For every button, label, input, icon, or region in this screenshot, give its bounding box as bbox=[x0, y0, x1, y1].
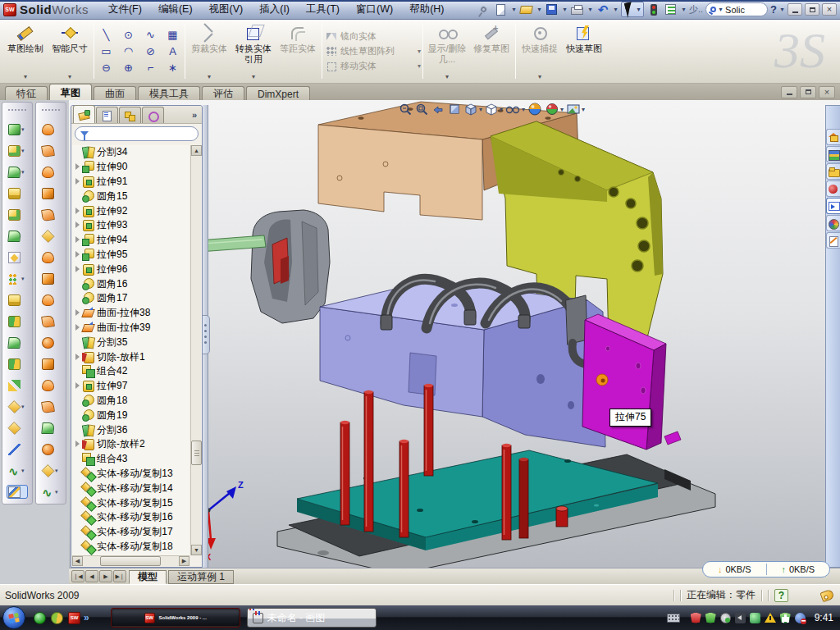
app-minimize-button[interactable] bbox=[788, 3, 802, 16]
save-button[interactable] bbox=[545, 2, 559, 16]
feature-tree-item[interactable]: 曲面-拉伸39 bbox=[72, 321, 189, 336]
caret-down-icon[interactable]: ▾ bbox=[418, 48, 421, 55]
ribbon-button[interactable]: 显示/删除几... ▾ bbox=[425, 21, 469, 81]
hide-show-items-icon[interactable]: ▾ bbox=[505, 103, 525, 116]
ribbon-button[interactable]: 快速草图 ▾ bbox=[562, 21, 606, 81]
mold-toolbar-button[interactable]: ▾ bbox=[42, 421, 60, 435]
features-toolbar-button[interactable]: ▾ bbox=[8, 229, 26, 243]
features-toolbar-button[interactable]: ▾ bbox=[8, 208, 26, 221]
features-toolbar-button[interactable]: ▾ bbox=[8, 378, 26, 392]
caret-down-icon[interactable]: ▾ bbox=[21, 404, 26, 410]
start-button[interactable] bbox=[2, 606, 25, 629]
undo-caret-icon[interactable]: ▾ bbox=[613, 6, 619, 13]
ribbon-button[interactable]: 智能尺寸 ▾ bbox=[48, 21, 92, 81]
appearances-icon[interactable]: ▾ bbox=[545, 102, 564, 116]
scroll-up-icon[interactable]: ▲ bbox=[191, 145, 202, 156]
scroll-right-icon[interactable]: ▶ bbox=[179, 556, 189, 566]
command-tab[interactable]: 模具工具 bbox=[138, 86, 200, 100]
sketch-entity-icon[interactable]: ▭ bbox=[99, 43, 113, 60]
feature-tree-item[interactable]: 分割35 bbox=[72, 335, 189, 349]
app-close-button[interactable]: × bbox=[822, 3, 837, 16]
feature-tree-item[interactable]: 切除-放样2 bbox=[72, 437, 189, 452]
mold-toolbar-button[interactable]: ▾ bbox=[42, 293, 60, 307]
feature-tree-item[interactable]: 圆角18 bbox=[72, 394, 189, 409]
options-button[interactable] bbox=[664, 2, 678, 16]
features-toolbar-button[interactable]: ▾ bbox=[8, 250, 26, 264]
feature-tree-item[interactable]: 实体-移动/复制16 bbox=[72, 510, 189, 525]
features-toolbar-button[interactable]: ▾ bbox=[8, 272, 26, 285]
help-button[interactable]: ? bbox=[770, 3, 777, 16]
rebuild-icon[interactable] bbox=[646, 2, 661, 16]
features-toolbar-button[interactable]: ▾ bbox=[8, 336, 26, 349]
prev-tab-button[interactable]: ◀ bbox=[85, 570, 98, 582]
expander-icon[interactable] bbox=[74, 309, 81, 317]
command-tab[interactable]: 评估 bbox=[202, 86, 244, 100]
tray-icon[interactable] bbox=[795, 613, 806, 623]
solidworks-resources-tab[interactable] bbox=[826, 129, 840, 145]
scroll-left-icon[interactable]: ◀ bbox=[72, 556, 83, 566]
expander-icon[interactable] bbox=[74, 441, 81, 448]
keyboard-layout-icon[interactable] bbox=[667, 614, 680, 623]
ribbon-button[interactable]: 快速捕捉 ▾ bbox=[518, 21, 562, 81]
sketch-entity-icon[interactable]: ⌐ bbox=[144, 60, 158, 76]
dimxpertmanager-tab[interactable] bbox=[142, 107, 164, 123]
expander-icon[interactable] bbox=[74, 324, 81, 331]
menu-item[interactable]: 插入(I) bbox=[251, 0, 298, 19]
design-library-tab[interactable] bbox=[826, 146, 840, 162]
mold-toolbar-button[interactable]: ▾ bbox=[42, 250, 60, 264]
features-toolbar-button[interactable]: ▾ bbox=[8, 442, 26, 456]
expander-icon[interactable] bbox=[74, 354, 81, 361]
feature-tree-item[interactable]: 实体-移动/复制15 bbox=[72, 495, 189, 510]
doc-restore-button[interactable] bbox=[800, 86, 816, 98]
view-palette-tab[interactable] bbox=[826, 198, 840, 214]
ribbon-button[interactable]: 等距实体 ▾ bbox=[276, 21, 320, 81]
command-tab[interactable]: DimXpert bbox=[246, 86, 310, 100]
app-restore-button[interactable] bbox=[805, 3, 819, 16]
ribbon-button[interactable]: 转换实体引用 ▾ bbox=[231, 21, 276, 81]
feature-tree-item[interactable]: 分割36 bbox=[72, 422, 189, 437]
feature-tree-item[interactable]: 拉伸92 bbox=[72, 203, 189, 218]
tree-filter-input[interactable] bbox=[75, 126, 199, 141]
ribbon-stack-button[interactable]: 移动实体 ▾ bbox=[326, 60, 421, 72]
feature-tree-item[interactable]: 圆角17 bbox=[72, 291, 189, 306]
features-toolbar-button[interactable]: ▾ bbox=[8, 293, 26, 307]
mold-toolbar-button[interactable]: ▾ bbox=[42, 229, 60, 243]
expander-icon[interactable] bbox=[74, 266, 81, 273]
caret-down-icon[interactable]: ▾ bbox=[21, 468, 26, 474]
caret-down-icon[interactable]: ▾ bbox=[208, 73, 211, 80]
new-caret-icon[interactable]: ▾ bbox=[511, 6, 517, 13]
feature-tree-item[interactable]: 切除-放样1 bbox=[72, 349, 189, 364]
ribbon-button[interactable]: 修复草图 ▾ bbox=[469, 21, 514, 81]
feature-tree-item[interactable]: 拉伸90 bbox=[72, 160, 189, 175]
mold-toolbar-button[interactable]: ▾ bbox=[42, 463, 60, 477]
select-tool-button[interactable]: ▾ bbox=[621, 2, 644, 17]
undo-button[interactable]: ↶ bbox=[596, 2, 610, 16]
model-small-pin[interactable] bbox=[556, 506, 568, 527]
feature-tree-item[interactable]: 拉伸94 bbox=[72, 233, 189, 248]
toolbar-overflow[interactable]: 少.. bbox=[689, 3, 703, 16]
mold-toolbar-button[interactable]: ▾ bbox=[42, 378, 60, 392]
features-toolbar-button[interactable]: ▾ bbox=[8, 421, 26, 435]
expander-icon[interactable] bbox=[74, 382, 81, 390]
caret-down-icon[interactable]: ▾ bbox=[24, 73, 27, 80]
taskbar-task-button[interactable]: 未命名 - 画图 bbox=[247, 608, 377, 628]
search-tab[interactable] bbox=[826, 180, 840, 197]
feature-tree-item[interactable]: 拉伸93 bbox=[72, 218, 189, 233]
last-tab-button[interactable]: ▶❘ bbox=[113, 570, 126, 582]
mold-toolbar-button[interactable]: ▾ bbox=[42, 357, 60, 371]
new-document-button[interactable] bbox=[494, 2, 509, 16]
expander-icon[interactable] bbox=[74, 236, 81, 244]
feature-tree-item[interactable]: 拉伸95 bbox=[72, 248, 189, 262]
view-orientation-icon[interactable]: ▾ bbox=[464, 103, 482, 116]
view-previous-icon[interactable] bbox=[431, 103, 445, 116]
expander-icon[interactable] bbox=[74, 221, 81, 229]
ribbon-stack-button[interactable]: 镜向实体 ▾ bbox=[326, 30, 421, 43]
features-toolbar-button[interactable]: ▾ bbox=[8, 186, 26, 200]
network-speed-widget[interactable]: ↓0KB/S ↑0KB/S bbox=[702, 561, 830, 578]
tray-icon[interactable] bbox=[735, 613, 746, 623]
quick-launch-icon[interactable] bbox=[51, 612, 63, 624]
menu-item[interactable]: 编辑(E) bbox=[150, 0, 201, 19]
next-tab-button[interactable]: ▶ bbox=[99, 570, 112, 582]
panel-chevron-icon[interactable]: » bbox=[192, 110, 197, 120]
sketch-entity-icon[interactable]: ╲ bbox=[99, 27, 113, 43]
